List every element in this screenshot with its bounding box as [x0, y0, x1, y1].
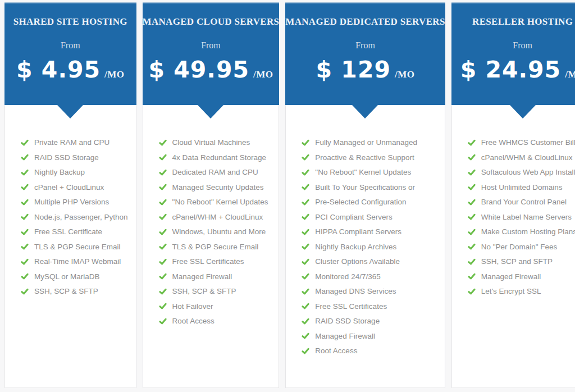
feature-item: Managed Firewall	[158, 272, 271, 281]
feature-text: Dedicated RAM and CPU	[172, 168, 258, 176]
feature-item: SSH, SCP and SFTP	[467, 257, 575, 266]
check-icon	[20, 153, 29, 161]
check-icon	[301, 347, 310, 355]
plan-header: RESELLER HOSTING From $ 24.95/MO	[451, 2, 575, 105]
check-icon	[158, 243, 167, 250]
feature-item: Managed Firewall	[301, 332, 436, 340]
feature-text: Host Unlimited Domains	[481, 183, 563, 192]
feature-text: cPanel/WHM & CloudLinux	[481, 153, 573, 162]
plan-from-label: From	[143, 40, 280, 51]
pricing-table: SHARED SITE HOSTING From $ 4.95/MO Priva…	[0, 0, 575, 392]
feature-item: RAID SSD Storage	[301, 317, 436, 325]
feature-text: Hot Failover	[172, 302, 213, 311]
feature-text: Make Custom Hosting Plans	[481, 227, 575, 236]
plan-from-label: From	[4, 40, 136, 51]
feature-text: Monitored 24/7/365	[315, 272, 380, 281]
check-icon	[467, 272, 476, 280]
feature-item: MySQL or MariaDB	[20, 272, 128, 281]
check-icon	[467, 228, 476, 236]
feature-item: Cloud Virtual Machines	[158, 138, 271, 147]
feature-text: Real-Time IMAP Webmail	[34, 257, 121, 266]
check-icon	[20, 139, 29, 147]
feature-item: Softaculous Web App Installer	[467, 168, 575, 176]
check-icon	[301, 183, 310, 191]
plan-header: SHARED SITE HOSTING From $ 4.95/MO	[4, 2, 136, 105]
check-icon	[158, 198, 167, 206]
feature-text: Private RAM and CPU	[34, 138, 109, 147]
check-icon	[20, 213, 29, 221]
feature-text: 4x Data Redundant Storage	[172, 153, 266, 162]
plan-from-label: From	[451, 40, 575, 51]
plan-price-amount: $ 4.95	[16, 56, 101, 83]
plan-from-label: From	[285, 40, 445, 51]
check-icon	[301, 168, 310, 176]
check-icon	[301, 213, 310, 221]
plan-price-period: /MO	[565, 69, 575, 80]
check-icon	[20, 288, 29, 295]
plan-header: MANAGED DEDICATED SERVERS From $ 129/MO	[285, 2, 445, 105]
check-icon	[158, 317, 167, 325]
plan-price-period: /MO	[253, 69, 273, 80]
check-icon	[467, 243, 476, 250]
plan-title: MANAGED DEDICATED SERVERS	[285, 3, 445, 28]
check-icon	[20, 168, 29, 176]
feature-text: White Label Name Servers	[481, 213, 572, 221]
feature-item: White Label Name Servers	[467, 213, 575, 221]
feature-text: "No Reboot" Kernel Updates	[315, 168, 411, 176]
feature-item: Root Access	[158, 317, 271, 325]
feature-item: Fully Managed or Unmanaged	[301, 138, 436, 147]
check-icon	[158, 288, 167, 295]
feature-text: Managed DNS Services	[315, 287, 396, 295]
feature-item: Managed DNS Services	[301, 287, 436, 295]
feature-item: TLS & PGP Secure Email	[158, 243, 271, 251]
feature-text: Cloud Virtual Machines	[172, 138, 250, 147]
feature-item: Free WHMCS Customer Billing	[467, 138, 575, 147]
check-icon	[301, 228, 310, 236]
feature-text: Built To Your Specifications or	[315, 183, 415, 192]
feature-text: Free WHMCS Customer Billing	[481, 138, 575, 147]
feature-item: HIPPA Compliant Servers	[301, 227, 436, 236]
feature-list: Fully Managed or Unmanaged Proactive & R…	[286, 105, 444, 362]
plan-price: $ 49.95/MO	[143, 56, 280, 83]
check-icon	[301, 332, 310, 340]
feature-item: cPanel/WHM + CloudLinux	[158, 213, 271, 221]
feature-text: cPanel + CloudLinux	[34, 183, 104, 192]
feature-item: TLS & PGP Secure Email	[20, 243, 128, 251]
feature-item: No "Per Domain" Fees	[467, 243, 575, 251]
plan-price-amount: $ 49.95	[148, 56, 249, 83]
feature-text: Brand Your Control Panel	[481, 198, 567, 206]
feature-text: "No Reboot" Kernel Updates	[172, 198, 268, 206]
feature-item: Hot Failover	[158, 302, 271, 311]
feature-text: Let's Encrypt SSL	[481, 287, 541, 295]
feature-item: cPanel/WHM & CloudLinux	[467, 153, 575, 162]
feature-text: TLS & PGP Secure Email	[172, 243, 259, 251]
feature-item: 4x Data Redundant Storage	[158, 153, 271, 162]
feature-text: Managed Firewall	[315, 332, 375, 340]
check-icon	[20, 272, 29, 280]
feature-text: Nightly Backup	[34, 168, 85, 176]
plan-card-managed-cloud-servers: MANAGED CLOUD SERVERS From $ 49.95/MO Cl…	[143, 2, 280, 388]
feature-text: Cluster Options Available	[315, 257, 400, 266]
feature-text: MySQL or MariaDB	[34, 272, 100, 281]
feature-text: RAID SSD Storage	[315, 317, 380, 325]
feature-list: Free WHMCS Customer Billing cPanel/WHM &…	[452, 105, 575, 302]
plan-card-shared-site-hosting: SHARED SITE HOSTING From $ 4.95/MO Priva…	[4, 2, 136, 388]
feature-item: Free SSL Certificate	[20, 227, 128, 236]
feature-item: Node.js, Passenger, Python	[20, 213, 128, 221]
check-icon	[301, 153, 310, 161]
check-icon	[467, 183, 476, 191]
check-icon	[158, 139, 167, 147]
feature-text: Free SSL Certificate	[34, 227, 102, 236]
feature-item: Real-Time IMAP Webmail	[20, 257, 128, 266]
check-icon	[20, 198, 29, 206]
feature-text: Windows, Ubuntu and More	[172, 227, 266, 236]
plan-price-period: /MO	[104, 69, 125, 80]
check-icon	[301, 139, 310, 147]
check-icon	[467, 288, 476, 295]
check-icon	[158, 228, 167, 236]
feature-text: Proactive & Reactive Support	[315, 153, 414, 162]
feature-text: Managed Firewall	[172, 272, 232, 281]
feature-item: Let's Encrypt SSL	[467, 287, 575, 295]
feature-text: Free SSL Certificates	[315, 302, 387, 311]
feature-item: Host Unlimited Domains	[467, 183, 575, 192]
